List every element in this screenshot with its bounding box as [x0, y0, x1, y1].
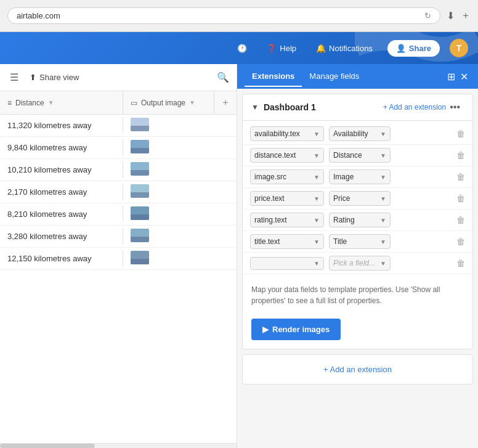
chevron-down-icon: ▼	[314, 174, 320, 181]
image-thumbnail	[131, 251, 149, 264]
avatar[interactable]: T	[450, 39, 468, 57]
field-target-select-rating[interactable]: Rating ▼	[329, 213, 391, 227]
notifications-button[interactable]: 🔔 Notifications	[311, 41, 378, 55]
field-source-select-empty[interactable]: ▼	[250, 257, 324, 270]
history-button[interactable]: 🕐	[232, 41, 252, 55]
add-extension-footer-button[interactable]: + Add an extension	[242, 354, 473, 385]
table-row: 9,840 kilometres away	[0, 137, 237, 159]
right-panel: Extensions Manage fields ⊞ ✕ ▼ Dashboard…	[237, 64, 478, 448]
download-icon[interactable]: ⬇	[447, 10, 455, 22]
distance-cell: 11,320 kilometres away	[0, 117, 123, 134]
grid-view-icon[interactable]: ☰	[7, 69, 21, 86]
distance-cell: 12,150 kilometres away	[0, 250, 123, 267]
help-icon: ❓	[267, 44, 277, 53]
address-bar[interactable]: airtable.com ↻	[7, 7, 440, 24]
distance-col-label: Distance	[15, 99, 44, 107]
more-options-button[interactable]: •••	[446, 100, 464, 114]
render-play-icon: ▶	[262, 325, 269, 334]
tab-manage-fields[interactable]: Manage fields	[302, 67, 367, 87]
distance-cell: 10,210 kilometres away	[0, 161, 123, 178]
field-mapping-row: title.text ▼ Title ▼ 🗑	[243, 231, 472, 253]
distance-col-dropdown[interactable]: ▼	[48, 99, 54, 106]
settings-icon-button[interactable]: ⊞	[445, 68, 458, 85]
field-source-select-price[interactable]: price.text ▼	[250, 191, 324, 206]
share-view-icon: ⬆	[30, 73, 36, 82]
field-mapping-row: rating.text ▼ Rating ▼ 🗑	[243, 210, 472, 231]
delete-field-row-button[interactable]: 🗑	[456, 150, 465, 160]
add-column-button[interactable]: ＋	[214, 91, 237, 114]
field-source-select-distance[interactable]: distance.text ▼	[250, 148, 324, 163]
history-icon: 🕐	[237, 44, 247, 53]
distance-col-icon: ≡	[7, 99, 12, 107]
distance-cell: 8,210 kilometres away	[0, 206, 123, 222]
image-col-dropdown[interactable]: ▼	[189, 99, 195, 106]
distance-cell: 2,170 kilometres away	[0, 184, 123, 200]
table-header: ≡ Distance ▼ ▭ Output image ▼ ＋	[0, 91, 237, 115]
table-row: 10,210 kilometres away	[0, 159, 237, 181]
app-header: 🕐 ❓ Help 🔔 Notifications 👤 Share T	[0, 32, 478, 64]
delete-field-row-button[interactable]: 🗑	[456, 172, 465, 182]
share-label: Share	[409, 44, 431, 53]
new-tab-icon[interactable]: ＋	[461, 9, 471, 22]
field-mapping-row-empty: ▼ Pick a field... ▼ 🗑	[243, 253, 472, 274]
table-row: 3,280 kilometres away	[0, 226, 237, 248]
scroll-thumb[interactable]	[0, 444, 95, 448]
field-source-select-rating[interactable]: rating.text ▼	[250, 213, 324, 227]
distance-cell: 3,280 kilometres away	[0, 228, 123, 245]
chevron-down-icon: ▼	[380, 217, 386, 224]
bell-icon: 🔔	[316, 44, 326, 53]
share-view-button[interactable]: ⬆ Share view	[26, 70, 83, 84]
chevron-down-icon: ▼	[314, 260, 320, 267]
field-source-select-image[interactable]: image.src ▼	[250, 169, 324, 184]
main-layout: ☰ ⬆ Share view 🔍 ≡ Distance ▼ ▭ Output i…	[0, 64, 478, 448]
right-content: ▼ Dashboard 1 + Add an extension ••• ava…	[237, 89, 478, 448]
image-thumbnail	[131, 118, 149, 131]
dashboard-card: ▼ Dashboard 1 + Add an extension ••• ava…	[242, 94, 473, 349]
image-col-icon: ▭	[131, 99, 137, 107]
field-target-select-empty[interactable]: Pick a field... ▼	[329, 256, 391, 271]
field-target-select-distance[interactable]: Distance ▼	[329, 148, 391, 163]
dashboard-chevron-icon[interactable]: ▼	[251, 103, 259, 112]
field-source-select-availability[interactable]: availability.tex ▼	[250, 126, 324, 141]
help-text: Map your data fields to template propert…	[243, 277, 472, 314]
chevron-down-icon: ▼	[380, 238, 386, 245]
search-button[interactable]: 🔍	[217, 71, 229, 83]
image-cell	[123, 160, 237, 181]
close-panel-button[interactable]: ✕	[458, 68, 471, 85]
horizontal-scrollbar[interactable]	[0, 443, 237, 448]
field-source-select-title[interactable]: title.text ▼	[250, 234, 324, 249]
add-extension-button[interactable]: + Add an extension	[383, 103, 446, 112]
help-button[interactable]: ❓ Help	[262, 41, 301, 55]
share-button[interactable]: 👤 Share	[387, 40, 440, 57]
field-mapping-row: distance.text ▼ Distance ▼ 🗑	[243, 145, 472, 166]
share-icon: 👤	[396, 44, 406, 53]
dashboard-title: Dashboard 1	[264, 102, 383, 112]
image-thumbnail	[131, 184, 149, 198]
delete-field-row-button[interactable]: 🗑	[456, 237, 465, 246]
render-images-button[interactable]: ▶ Render images	[251, 319, 341, 340]
chevron-down-icon: ▼	[314, 131, 320, 137]
delete-field-row-button[interactable]: 🗑	[456, 215, 465, 225]
output-image-column-header: ▭ Output image ▼	[123, 91, 214, 114]
chevron-down-icon: ▼	[314, 195, 320, 202]
delete-field-row-button[interactable]: 🗑	[456, 129, 465, 139]
field-target-select-image[interactable]: Image ▼	[329, 169, 391, 184]
field-target-select-availability[interactable]: Availability ▼	[329, 126, 391, 141]
image-thumbnail	[131, 206, 149, 220]
delete-field-row-button[interactable]: 🗑	[456, 193, 465, 203]
delete-field-row-button[interactable]: 🗑	[456, 258, 465, 268]
chevron-down-icon: ▼	[314, 217, 320, 224]
notifications-label: Notifications	[329, 44, 373, 53]
chevron-down-icon: ▼	[380, 195, 386, 202]
reload-icon[interactable]: ↻	[424, 11, 431, 20]
field-target-select-price[interactable]: Price ▼	[329, 191, 391, 206]
add-extension-footer-label: + Add an extension	[323, 365, 392, 374]
chevron-down-icon: ▼	[380, 260, 386, 267]
table-row: 11,320 kilometres away	[0, 115, 237, 137]
render-images-label: Render images	[272, 325, 330, 334]
image-cell	[123, 248, 237, 269]
chevron-down-icon: ▼	[314, 152, 320, 159]
field-target-select-title[interactable]: Title ▼	[329, 234, 391, 249]
tab-extensions[interactable]: Extensions	[245, 67, 302, 87]
left-toolbar: ☰ ⬆ Share view 🔍	[0, 64, 237, 91]
